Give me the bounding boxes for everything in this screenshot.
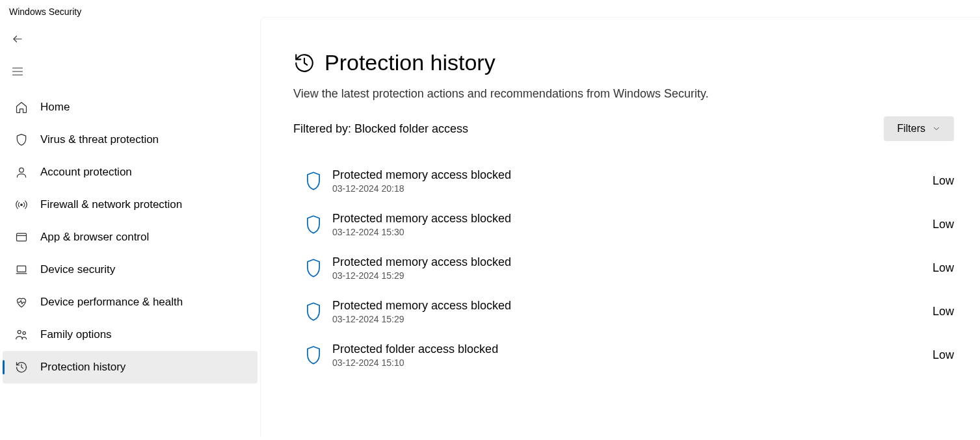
history-item-timestamp: 03-12-2024 15:29 [332, 314, 933, 324]
sidebar-item-firewall[interactable]: Firewall & network protection [3, 188, 258, 221]
shield-outline-icon [298, 171, 328, 192]
filters-button-label: Filters [897, 123, 925, 135]
svg-point-10 [18, 330, 21, 333]
back-button[interactable] [0, 26, 31, 52]
history-list: Protected memory access blocked 03-12-20… [293, 159, 967, 377]
svg-rect-6 [17, 233, 27, 241]
history-item-severity: Low [933, 174, 954, 188]
history-item-title: Protected memory access blocked [332, 299, 933, 313]
sidebar-item-device-security[interactable]: Device security [3, 253, 258, 286]
history-item-severity: Low [933, 261, 954, 275]
history-item[interactable]: Protected memory access blocked 03-12-20… [293, 159, 967, 203]
history-item-severity: Low [933, 218, 954, 231]
history-item-title: Protected folder access blocked [332, 343, 933, 356]
window-title: Windows Security [0, 0, 980, 17]
home-icon [14, 101, 29, 114]
history-item-timestamp: 03-12-2024 15:29 [332, 270, 933, 281]
sidebar-item-label: Account protection [40, 166, 132, 179]
page-header: Protection history [293, 50, 967, 75]
person-icon [14, 166, 29, 179]
hamburger-icon [12, 67, 23, 76]
history-item-timestamp: 03-12-2024 15:30 [332, 227, 933, 237]
shield-outline-icon [298, 345, 328, 366]
svg-point-4 [20, 168, 24, 172]
sidebar-item-family[interactable]: Family options [3, 318, 258, 351]
antenna-icon [14, 198, 29, 211]
sidebar-item-label: App & browser control [40, 231, 149, 244]
history-item[interactable]: Protected memory access blocked 03-12-20… [293, 246, 967, 290]
sidebar-item-label: Virus & threat protection [40, 133, 159, 146]
menu-button[interactable] [0, 58, 31, 84]
sidebar-item-account[interactable]: Account protection [3, 156, 258, 188]
history-item-severity: Low [933, 348, 954, 362]
sidebar-item-virus-threat[interactable]: Virus & threat protection [3, 123, 258, 156]
heart-rate-icon [14, 296, 29, 309]
history-item-timestamp: 03-12-2024 15:10 [332, 357, 933, 368]
history-item[interactable]: Protected memory access blocked 03-12-20… [293, 203, 967, 246]
laptop-icon [14, 263, 29, 276]
sidebar-item-app-browser[interactable]: App & browser control [3, 221, 258, 253]
history-icon [293, 52, 324, 74]
sidebar-item-label: Firewall & network protection [40, 198, 182, 211]
shield-outline-icon [298, 258, 328, 279]
shield-outline-icon [298, 302, 328, 322]
page-subtitle: View the latest protection actions and r… [293, 87, 967, 101]
history-item-timestamp: 03-12-2024 20:18 [332, 183, 933, 194]
page-title: Protection history [324, 50, 496, 75]
shield-outline-icon [298, 214, 328, 235]
sidebar-item-label: Home [40, 101, 70, 114]
history-item-title: Protected memory access blocked [332, 255, 933, 269]
svg-point-11 [23, 331, 25, 334]
family-icon [14, 328, 29, 341]
chevron-down-icon [932, 124, 941, 133]
history-item-severity: Low [933, 305, 954, 318]
sidebar-item-home[interactable]: Home [3, 91, 258, 123]
sidebar-item-label: Device security [40, 263, 115, 276]
shield-icon [14, 133, 29, 146]
svg-point-5 [21, 204, 23, 206]
sidebar-item-protection-history[interactable]: Protection history [3, 351, 258, 383]
history-item-title: Protected memory access blocked [332, 168, 933, 182]
sidebar: Home Virus & threat protection Account p… [0, 17, 260, 437]
history-item-title: Protected memory access blocked [332, 212, 933, 226]
svg-rect-8 [17, 266, 25, 272]
sidebar-item-label: Protection history [40, 361, 126, 374]
history-item[interactable]: Protected folder access blocked 03-12-20… [293, 333, 967, 377]
sidebar-item-performance[interactable]: Device performance & health [3, 286, 258, 318]
arrow-left-icon [12, 33, 23, 45]
sidebar-item-label: Family options [40, 328, 112, 341]
filters-button[interactable]: Filters [884, 116, 954, 141]
history-icon [14, 361, 29, 374]
main-content: Protection history View the latest prote… [260, 17, 980, 437]
sidebar-item-label: Device performance & health [40, 296, 183, 309]
history-item[interactable]: Protected memory access blocked 03-12-20… [293, 290, 967, 333]
app-window-icon [14, 231, 29, 244]
filter-status-text: Filtered by: Blocked folder access [293, 122, 468, 136]
